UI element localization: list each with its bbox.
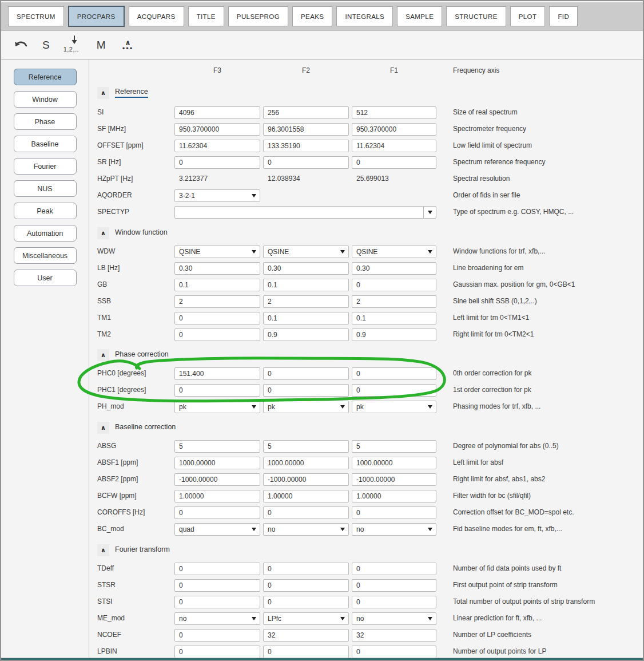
offset-input-f1[interactable] [352, 140, 436, 152]
sidebar-item-peak[interactable]: Peak [14, 203, 77, 219]
bc_mod-dropdown-f3[interactable]: quad [174, 523, 260, 536]
tdeff-input-f2[interactable] [263, 563, 349, 575]
me_mod-dropdown-f1[interactable]: no [352, 612, 436, 625]
sidebar-item-window[interactable]: Window [14, 91, 77, 108]
coroffs-input-f2[interactable] [263, 506, 349, 519]
bc_mod-dropdown-f2[interactable]: no [263, 523, 349, 536]
gb-input-f2[interactable] [263, 279, 349, 291]
bc_mod-dropdown-f1[interactable]: no [352, 523, 436, 536]
bcfw-input-f2[interactable] [263, 490, 349, 502]
stsi-input-f3[interactable] [174, 596, 260, 608]
sidebar-item-phase[interactable]: Phase [14, 113, 77, 130]
absg-input-f1[interactable] [352, 440, 436, 453]
tm2-input-f2[interactable] [263, 328, 349, 341]
si-input-f3[interactable] [174, 106, 260, 119]
sidebar-item-miscellaneous[interactable]: Miscellaneous [14, 247, 77, 264]
tm1-input-f1[interactable] [352, 312, 436, 324]
tab-procpars[interactable]: PROCPARS [68, 6, 125, 27]
sr-input-f3[interactable] [174, 156, 260, 169]
tm1-input-f2[interactable] [263, 312, 349, 324]
offset-input-f2[interactable] [263, 140, 349, 152]
absf2-input-f1[interactable] [352, 473, 436, 486]
stsr-input-f3[interactable] [174, 579, 260, 592]
tab-spectrum[interactable]: SPECTRUM [8, 6, 64, 26]
ph_mod-dropdown-f3[interactable]: pk [174, 401, 260, 413]
collapse-section-icon[interactable]: ∧ [97, 544, 109, 556]
stsr-input-f2[interactable] [263, 579, 349, 592]
lpbin-input-f1[interactable] [352, 646, 436, 658]
collapse-all-icon[interactable]: ∧ ••• [120, 40, 137, 51]
wdw-dropdown-f1[interactable]: QSINE [352, 246, 436, 258]
absf1-input-f1[interactable] [352, 457, 436, 469]
si-input-f1[interactable] [352, 106, 436, 119]
absg-input-f3[interactable] [174, 440, 260, 453]
absg-input-f2[interactable] [263, 440, 349, 453]
ncoef-input-f3[interactable] [174, 629, 260, 642]
sidebar-item-fourier[interactable]: Fourier [14, 158, 77, 175]
m-command-icon[interactable]: M [97, 39, 106, 52]
sf-input-f2[interactable] [263, 123, 349, 136]
tab-acqupars[interactable]: ACQUPARS [129, 6, 184, 26]
absf1-input-f3[interactable] [174, 457, 260, 469]
wdw-dropdown-f2[interactable]: QSINE [263, 246, 349, 258]
tm2-input-f1[interactable] [352, 328, 436, 341]
phc0-input-f1[interactable] [352, 367, 436, 380]
stsi-input-f2[interactable] [263, 596, 349, 608]
collapse-section-icon[interactable]: ∧ [97, 227, 109, 239]
ph_mod-dropdown-f1[interactable]: pk [352, 401, 436, 413]
sf-input-f3[interactable] [174, 123, 260, 136]
lpbin-input-f2[interactable] [263, 646, 349, 658]
phc1-input-f2[interactable] [263, 384, 349, 397]
phc1-input-f1[interactable] [352, 384, 436, 397]
tab-integrals[interactable]: INTEGRALS [336, 6, 393, 26]
sr-input-f1[interactable] [352, 156, 436, 169]
undo-icon[interactable] [14, 40, 29, 50]
tab-pulseprog[interactable]: PULSEPROG [228, 6, 288, 26]
tm2-input-f3[interactable] [174, 328, 260, 341]
sidebar-item-automation[interactable]: Automation [14, 225, 77, 242]
stsi-input-f1[interactable] [352, 596, 436, 608]
lb-input-f1[interactable] [352, 262, 436, 275]
me_mod-dropdown-f2[interactable]: LPfc [263, 612, 349, 625]
s-command-icon[interactable]: S [42, 39, 50, 52]
sidebar-item-baseline[interactable]: Baseline [14, 136, 77, 152]
lb-input-f2[interactable] [263, 262, 349, 275]
tdeff-input-f1[interactable] [352, 563, 436, 575]
sort-parameters-icon[interactable]: 1,2,.. [63, 35, 83, 55]
dropdown-arrow-button[interactable] [423, 207, 436, 218]
tab-fid[interactable]: FID [549, 6, 578, 26]
coroffs-input-f3[interactable] [174, 506, 260, 519]
stsr-input-f1[interactable] [352, 579, 436, 592]
gb-input-f1[interactable] [352, 279, 436, 291]
spectyp-combobox[interactable] [174, 206, 436, 219]
tab-plot[interactable]: PLOT [510, 6, 546, 26]
collapse-section-icon[interactable]: ∧ [97, 87, 109, 99]
bcfw-input-f3[interactable] [174, 490, 260, 502]
ncoef-input-f2[interactable] [263, 629, 349, 642]
phc0-input-f3[interactable] [174, 367, 260, 380]
collapse-section-icon[interactable]: ∧ [97, 422, 109, 434]
me_mod-dropdown-f3[interactable]: no [174, 612, 260, 625]
tab-sample[interactable]: SAMPLE [397, 6, 442, 26]
tab-title[interactable]: TITLE [188, 6, 224, 26]
offset-input-f3[interactable] [174, 140, 260, 152]
phc1-input-f3[interactable] [174, 384, 260, 397]
wdw-dropdown-f3[interactable]: QSINE [174, 246, 260, 258]
sidebar-item-reference[interactable]: Reference [14, 69, 77, 85]
tab-structure[interactable]: STRUCTURE [446, 6, 506, 26]
sr-input-f2[interactable] [263, 156, 349, 169]
sf-input-f1[interactable] [352, 123, 436, 136]
absf2-input-f2[interactable] [263, 473, 349, 486]
tm1-input-f3[interactable] [174, 312, 260, 324]
coroffs-input-f1[interactable] [352, 506, 436, 519]
aqorder-dropdown[interactable]: 3-2-1 [174, 189, 260, 202]
tdeff-input-f3[interactable] [174, 563, 260, 575]
ssb-input-f2[interactable] [263, 295, 349, 308]
sidebar-item-nus[interactable]: NUS [14, 180, 77, 197]
bcfw-input-f1[interactable] [352, 490, 436, 502]
collapse-section-icon[interactable]: ∧ [97, 349, 109, 361]
absf1-input-f2[interactable] [263, 457, 349, 469]
lb-input-f3[interactable] [174, 262, 260, 275]
phc0-input-f2[interactable] [263, 367, 349, 380]
gb-input-f3[interactable] [174, 279, 260, 291]
